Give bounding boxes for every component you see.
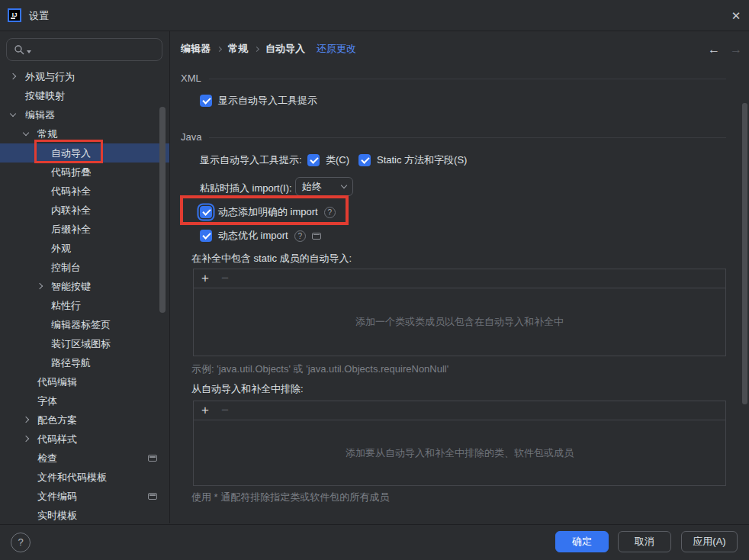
include-list-toolbar: + − [194,269,725,288]
search-input[interactable] [6,38,162,61]
sidebar-item-检查[interactable]: 检查 [0,449,169,468]
java-show-tooltip-label: 显示自动导入工具提示: [200,153,302,167]
sidebar-item-按键映射[interactable]: 按键映射 [0,86,169,105]
chevron-down-icon[interactable] [10,111,16,117]
sidebar-item-文件和代码模板[interactable]: 文件和代码模板 [0,468,169,487]
per-machine-setting-icon [312,233,321,240]
chevron-right-icon[interactable] [37,283,43,289]
sidebar-item-装订区域图标[interactable]: 装订区域图标 [0,334,169,353]
exclude-list-toolbar: + − [194,401,725,420]
breadcrumb-item-editor[interactable]: 编辑器 [181,42,211,56]
back-arrow-icon[interactable]: ← [706,41,722,58]
sidebar-item-label: 文件编码 [37,487,77,506]
include-static-label: 在补全中包含 static 成员的自动导入: [191,252,352,266]
sidebar-item-自动导入[interactable]: 自动导入 [0,143,169,163]
section-divider [209,79,726,79]
sidebar-item-代码编辑[interactable]: 代码编辑 [0,372,169,391]
sidebar-item-label: 路径导航 [51,353,91,372]
search-options-arrow-icon[interactable] [27,50,31,53]
breadcrumb-item-general[interactable]: 常规 [228,42,248,56]
sidebar-item-代码样式[interactable]: 代码样式 [0,430,169,449]
breadcrumb: 编辑器 常规 自动导入 还原更改 [181,40,356,58]
settings-content: 编辑器 常规 自动导入 还原更改 ← → XML 显示自动导入工具提示 Java… [170,31,749,523]
sidebar-item-控制台[interactable]: 控制台 [0,258,169,277]
sidebar-item-编辑器标签页[interactable]: 编辑器标签页 [0,315,169,334]
chevron-right-icon[interactable] [10,73,16,79]
apply-button[interactable]: 应用(A) [681,531,738,552]
classes-checkbox[interactable] [307,154,320,166]
sidebar-item-label: 粘性行 [51,296,81,315]
static-members-checkbox[interactable] [358,154,371,166]
paste-import-label: 粘贴时插入 import(I): [200,182,292,195]
sidebar-scrollbar[interactable] [159,107,166,313]
sidebar-item-常规[interactable]: 常规 [0,124,169,143]
add-icon[interactable]: + [201,271,209,286]
static-members-label: Static 方法和字段(S) [377,153,467,167]
add-unambiguous-row: 动态添加明确的 import ? [200,205,336,219]
revert-changes-link[interactable]: 还原更改 [317,42,356,56]
sidebar-item-内联补全[interactable]: 内联补全 [0,201,169,220]
java-classes-row: 类(C) [307,153,349,167]
sidebar-item-label: 代码折叠 [51,163,91,182]
sidebar-item-配色方案[interactable]: 配色方案 [0,410,169,430]
classes-label: 类(C) [326,153,349,167]
sidebar-item-字体[interactable]: 字体 [0,391,169,410]
sidebar-item-后缀补全[interactable]: 后缀补全 [0,220,169,239]
breadcrumb-separator-icon [217,47,222,52]
sidebar-item-文件编码[interactable]: 文件编码 [0,487,169,506]
sidebar-item-label: 后缀补全 [51,220,91,239]
help-icon[interactable]: ? [294,230,306,242]
paste-import-dropdown[interactable]: 始终 [295,177,353,196]
sidebar-item-外观[interactable]: 外观 [0,239,169,258]
wildcard-hint: 使用 * 通配符排除指定类或软件包的所有成员 [191,491,389,504]
sidebar-item-label: 编辑器 [25,105,55,124]
exclude-list-placeholder: 添加要从自动导入和补全中排除的类、软件包或成员 [194,420,725,485]
title-bar: IJ 设置 ✕ [0,0,749,31]
sidebar-item-实时模板[interactable]: 实时模板 [0,506,169,525]
dialog-footer: ? 确定 取消 应用(A) [0,524,749,560]
help-icon[interactable]: ? [11,533,31,552]
sidebar-item-路径导航[interactable]: 路径导航 [0,353,169,372]
per-machine-setting-icon [148,493,157,500]
add-icon[interactable]: + [201,403,209,418]
sidebar-item-label: 智能按键 [51,277,91,296]
java-show-tooltip-row: 显示自动导入工具提示: [200,153,302,167]
sidebar-item-智能按键[interactable]: 智能按键 [0,277,169,296]
sidebar-item-粘性行[interactable]: 粘性行 [0,296,169,315]
intellij-logo-icon: IJ [8,8,21,22]
sidebar-item-编辑器[interactable]: 编辑器 [0,105,169,124]
close-icon[interactable]: ✕ [726,6,746,26]
include-static-list: + − 添加一个类或类成员以包含在自动导入和补全中 [193,269,726,356]
sidebar-item-label: 代码编辑 [37,372,77,391]
paste-import-value: 始终 [302,180,322,194]
section-title-xml: XML [181,72,201,84]
add-unambiguous-checkbox[interactable] [200,206,212,218]
sidebar-item-label: 按键映射 [25,86,65,105]
optimize-import-label: 动态优化 import [218,229,288,243]
chevron-down-icon[interactable] [23,130,29,136]
sidebar-item-代码补全[interactable]: 代码补全 [0,182,169,201]
sidebar-item-label: 控制台 [51,258,81,277]
exclude-list: + − 添加要从自动导入和补全中排除的类、软件包或成员 [193,401,726,486]
sidebar-item-label: 检查 [37,449,57,468]
java-static-row: Static 方法和字段(S) [358,153,467,167]
optimize-import-row: 动态优化 import ? [200,229,321,243]
xml-show-tooltip-checkbox[interactable] [200,95,212,107]
remove-icon: − [221,271,229,286]
sidebar-item-外观与行为[interactable]: 外观与行为 [0,67,169,86]
chevron-down-icon [341,182,347,188]
optimize-import-checkbox[interactable] [200,230,212,242]
cancel-button[interactable]: 取消 [618,531,671,552]
sidebar-item-代码折叠[interactable]: 代码折叠 [0,163,169,182]
sidebar-item-label: 自动导入 [51,143,91,163]
sidebar-item-label: 装订区域图标 [51,334,111,353]
sidebar-item-label: 编辑器标签页 [51,315,111,334]
sidebar-item-label: 字体 [37,391,57,410]
chevron-right-icon[interactable] [23,436,29,442]
chevron-right-icon[interactable] [23,417,29,423]
help-icon[interactable]: ? [324,207,336,218]
ok-button[interactable]: 确定 [555,531,609,552]
content-scrollbar[interactable] [742,103,747,404]
settings-dialog: IJ 设置 ✕ 外观与行为按键映射编辑器常规自动导入代码折叠代码补全内联补全后缀… [0,0,749,560]
settings-sidebar: 外观与行为按键映射编辑器常规自动导入代码折叠代码补全内联补全后缀补全外观控制台智… [0,31,170,523]
